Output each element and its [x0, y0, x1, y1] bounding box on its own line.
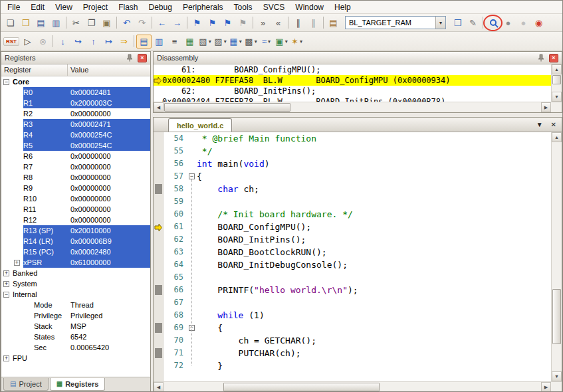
fold-collapse-icon[interactable]: − — [189, 173, 195, 179]
scroll-left-icon[interactable]: ◀ — [154, 382, 164, 392]
chevron-down-icon[interactable]: ▾ — [300, 39, 302, 45]
manage-books-icon[interactable]: ▤ — [326, 16, 341, 30]
redo-icon[interactable]: ↷ — [134, 16, 150, 30]
bookmark-clear-icon[interactable]: ⚑ — [235, 16, 251, 30]
chevron-down-icon[interactable]: ▾ — [435, 17, 445, 29]
chevron-down-icon[interactable]: ▾ — [268, 39, 271, 45]
code-line[interactable]: * @brief Main function — [197, 132, 551, 145]
close-icon[interactable]: × — [549, 54, 558, 62]
code-line[interactable]: } — [197, 359, 551, 372]
editor-gutter[interactable] — [154, 132, 164, 381]
analysis-window-icon[interactable]: ≈▾ — [259, 35, 274, 49]
uncomment-icon[interactable]: ∥ — [306, 16, 321, 30]
code-line[interactable]: BOARD_InitPins(); — [197, 233, 551, 246]
code-line[interactable]: PRINTF("hello world.\r\n"); — [197, 284, 551, 296]
chevron-down-icon[interactable]: ▾ — [209, 39, 211, 45]
paste-icon[interactable]: ▣ — [99, 16, 114, 30]
code-line[interactable] — [197, 296, 551, 309]
chevron-down-icon[interactable]: ▾ — [255, 39, 257, 45]
cut-icon[interactable]: ✂ — [68, 16, 84, 30]
register-row[interactable]: R120x00000000 — [1, 215, 150, 225]
code-line[interactable]: BOARD_ConfigMPU(); — [197, 221, 551, 233]
save-all-icon[interactable]: ▥ — [49, 16, 64, 30]
find-in-files-icon[interactable]: ❒ — [450, 16, 465, 30]
code-line[interactable]: while (1) — [197, 309, 551, 322]
disassembly-window-icon[interactable]: ▤ — [136, 35, 152, 49]
chevron-down-icon[interactable]: ▾ — [239, 39, 242, 45]
tab-registers[interactable]: ▦Registers — [50, 378, 106, 391]
register-row[interactable]: R80x00000000 — [1, 172, 150, 183]
menu-file[interactable]: File — [2, 2, 25, 13]
outdent-icon[interactable]: « — [271, 16, 286, 30]
close-icon[interactable]: ✕ — [551, 121, 556, 128]
chevron-down-icon[interactable]: ▾ — [224, 39, 227, 45]
chevron-down-icon[interactable]: ▼ — [536, 121, 543, 128]
register-row[interactable]: StackMSP — [1, 321, 150, 332]
scroll-thumb[interactable] — [552, 75, 561, 84]
register-row[interactable]: R50x0000254C — [1, 140, 150, 151]
scroll-left-icon[interactable]: ◀ — [154, 102, 164, 112]
register-row[interactable]: R00x00002481 — [1, 87, 150, 98]
code-line[interactable]: { — [197, 170, 551, 183]
menu-project[interactable]: Project — [78, 2, 113, 13]
toolbox-icon[interactable]: ✶▾ — [289, 35, 304, 49]
menu-help[interactable]: Help — [329, 2, 356, 13]
register-row[interactable]: −Internal — [1, 289, 150, 300]
scroll-down-icon[interactable]: ▼ — [552, 371, 562, 381]
expand-icon[interactable]: + — [3, 281, 9, 287]
indent-icon[interactable]: » — [255, 16, 271, 30]
menu-peripherals[interactable]: Peripherals — [177, 2, 229, 13]
disassembly-line[interactable]: 0x00002480 F7FEFA58 BL.W BOARD_ConfigMPU… — [154, 75, 551, 86]
stop-icon[interactable]: ⊗ — [35, 35, 51, 49]
collapse-icon[interactable]: − — [3, 292, 9, 298]
show-next-statement-icon[interactable]: ⇒ — [116, 35, 132, 49]
code-line[interactable]: /* Init board hardware. */ — [197, 208, 551, 221]
register-row[interactable]: R30x00002471 — [1, 119, 150, 130]
register-row[interactable]: +System — [1, 278, 150, 289]
bookmark-prev-icon[interactable]: ⚑ — [205, 16, 220, 30]
scroll-up-icon[interactable]: ▲ — [552, 64, 562, 74]
comment-icon[interactable]: ∥ — [290, 16, 306, 30]
column-header-register[interactable]: Register — [1, 64, 68, 76]
run-to-cursor-icon[interactable]: ↦ — [101, 35, 116, 49]
scroll-thumb[interactable] — [164, 103, 290, 112]
collapse-icon[interactable]: − — [3, 79, 9, 85]
register-row[interactable]: R15 (PC)0x00002480 — [1, 246, 150, 257]
menu-tools[interactable]: Tools — [229, 2, 258, 13]
target-options-icon[interactable]: ✎ — [465, 16, 481, 30]
register-row[interactable]: −Core — [1, 76, 150, 87]
register-row[interactable]: R110x00000000 — [1, 204, 150, 215]
code-line[interactable]: { — [197, 322, 551, 334]
register-row[interactable]: R10x2000003C — [1, 98, 150, 108]
scroll-thumb[interactable] — [223, 383, 380, 391]
navigate-back-icon[interactable]: ← — [154, 16, 169, 30]
insert-breakpoint-icon[interactable]: ● — [501, 16, 516, 30]
disable-breakpoints-icon[interactable]: ● — [516, 16, 531, 30]
expand-icon[interactable]: + — [3, 270, 9, 276]
register-row[interactable]: PrivilegePrivileged — [1, 310, 150, 321]
disassembly-line[interactable]: 0x00002484 F7FEFB78 BL.W BOARD_InitPins … — [154, 96, 551, 102]
bookmark-toggle-icon[interactable]: ⚑ — [189, 16, 205, 30]
copy-icon[interactable]: ❐ — [84, 16, 99, 30]
step-into-icon[interactable]: ↓ — [55, 35, 70, 49]
register-row[interactable]: +FPU — [1, 353, 150, 363]
scroll-thumb[interactable] — [552, 289, 561, 344]
menu-flash[interactable]: Flash — [113, 2, 143, 13]
register-row[interactable]: +Banked — [1, 268, 150, 278]
serial-window-icon[interactable]: ▩▾ — [243, 35, 259, 49]
menu-debug[interactable]: Debug — [144, 2, 177, 13]
call-stack-window-icon[interactable]: ▧▾ — [197, 35, 213, 49]
chevron-down-icon[interactable]: ▾ — [285, 39, 288, 45]
save-icon[interactable]: ▤ — [33, 16, 49, 30]
pin-icon[interactable] — [125, 54, 134, 62]
code-line[interactable]: BOARD_BootClockRUN(); — [197, 246, 551, 258]
register-row[interactable]: R40x0000254C — [1, 130, 150, 140]
code-line[interactable]: int main(void) — [197, 157, 551, 170]
step-out-icon[interactable]: ↑ — [86, 35, 101, 49]
code-line[interactable] — [197, 271, 551, 284]
code-editor[interactable]: * @brief Main function */int main(void){… — [197, 132, 551, 381]
new-file-icon[interactable]: ❏ — [3, 16, 18, 30]
debug-session-icon[interactable] — [485, 16, 501, 30]
register-row[interactable]: R90x00000000 — [1, 183, 150, 193]
tab-project[interactable]: ▤Project — [3, 378, 49, 391]
